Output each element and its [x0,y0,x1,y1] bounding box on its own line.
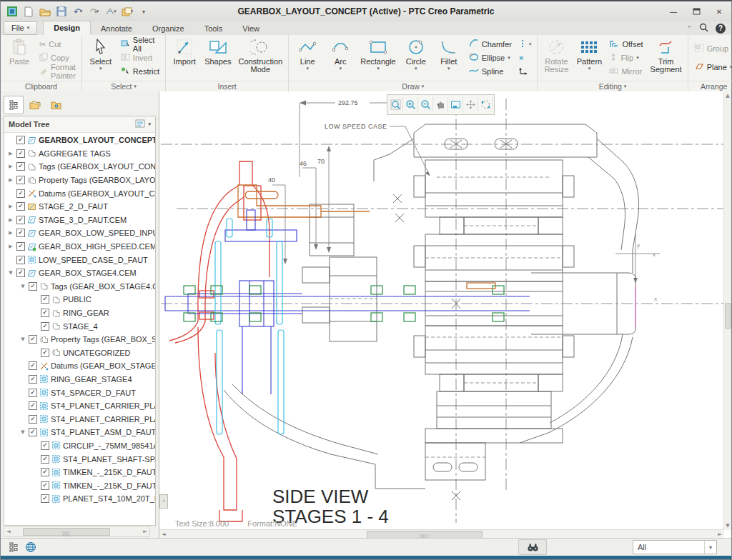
arc-button[interactable]: Arc▾ [325,36,356,79]
tree-item[interactable]: ▶✓Tags (GEARBOX_LAYOUT_CONCEPT.CE [4,160,155,174]
panel-collapse-handle[interactable]: › [159,494,168,509]
tree-item[interactable]: ✓RING_GEAR_STAGE4 [4,373,155,386]
tree-item-checkbox[interactable]: ✓ [41,295,49,304]
tree-item[interactable]: ✓TIMKEN_-_215K_D_FAUTCOPY [4,479,155,492]
tree-h-scrollbar[interactable]: ◄ |||| ► [4,526,150,537]
close-button[interactable]: ✕ [711,6,727,17]
tree-item-checkbox[interactable]: ✓ [16,242,25,251]
pan-button[interactable] [433,97,448,112]
tree-item[interactable]: ✓Datums (GEARBOX_LAYOUT_CONCEPT [4,186,155,200]
view-title-line1[interactable]: SIDE VIEW [272,486,369,507]
collapse-arrow-icon[interactable]: ▼ [7,270,14,276]
pattern-button[interactable]: Pattern▾ [573,36,605,79]
tree-item[interactable]: ▶✓STAGE_2_D_FAUT [4,200,155,214]
regenerate-button[interactable]: ▾ [104,4,118,19]
tree-item-checkbox[interactable]: ✓ [16,229,25,237]
tree-item-checkbox[interactable]: ✓ [41,349,49,357]
ellipse-button[interactable]: Ellipse▾ [466,51,515,64]
tree-item-checkbox[interactable]: ✓ [16,162,25,171]
folder-browser-tab[interactable] [25,96,45,114]
new-window-button[interactable]: ▾ [120,4,134,19]
construction-line-button[interactable]: ▾ [516,38,535,51]
tree-item[interactable]: ✓RING_GEAR [4,306,155,320]
shapes-button[interactable]: Shapes [202,36,234,79]
tree-item[interactable]: ▼✓Property Tags (GEAR_BOX_STAGE4 [4,333,155,346]
tree-settings-dropdown-icon[interactable]: ▾ [148,121,151,127]
expand-arrow-icon[interactable]: ▶ [7,204,14,209]
zoom-window-button[interactable] [388,97,403,112]
tree-item-checkbox[interactable]: ✓ [41,322,49,331]
construction-mode-button[interactable]: ConstructionMode [235,36,285,79]
tree-item-checkbox[interactable]: ✓ [16,216,25,224]
tree-settings-icon[interactable] [135,119,145,129]
toggle-navigator-button[interactable] [5,540,22,554]
tree-item[interactable]: ✓STAGE_4 [4,319,155,333]
tree-item-checkbox[interactable]: ✓ [41,468,49,476]
tree-item[interactable]: ✓TIMKEN_-_215K_D_FAUT [4,466,155,479]
restore-button[interactable] [688,6,704,17]
tree-item-checkbox[interactable]: ✓ [29,415,37,424]
canvas-v-scrollbar[interactable]: ▲ ▼ [723,91,731,530]
favorites-tab[interactable] [46,96,66,114]
expand-arrow-icon[interactable]: ▶ [7,164,14,169]
restrict-button[interactable]: Restrict [118,65,162,78]
drawing-area[interactable]: y x x 292.75 LOW SPEED CASE [159,91,731,539]
tree-item[interactable]: ▶✓GEAR_BOX_LOW_SPEED_INPUT.CEM [4,226,155,240]
collapse-arrow-icon[interactable]: ▼ [19,429,26,435]
new-file-button[interactable] [21,4,36,19]
command-search-icon[interactable] [699,23,708,34]
window-dropdown-icon[interactable]: ▾ [131,9,134,14]
tree-item[interactable]: ▶✓AGGREGATE TAGS [4,147,155,161]
collapse-arrow-icon[interactable]: ▼ [19,336,26,342]
group-label-editing[interactable]: Editing▾ [538,81,687,91]
tab-design[interactable]: Design [43,21,91,35]
rectangle-button[interactable]: Rectangle▾ [357,36,399,79]
filter-dropdown-icon[interactable]: ▼ [704,541,716,554]
help-icon[interactable]: ? [716,24,726,34]
tree-item[interactable]: ✓ST4_PLANET_CARRIER_PLATE_OUT [4,412,155,426]
undo-button[interactable]: ↶▾ [71,4,85,19]
collapse-arrow-icon[interactable]: ▼ [19,284,26,289]
tree-item-checkbox[interactable]: ✓ [16,136,25,144]
tab-organize[interactable]: Organize [142,22,194,35]
tree-item-checkbox[interactable]: ✓ [41,494,49,503]
reorient-button[interactable] [478,97,493,112]
tree-item-checkbox[interactable]: ✓ [29,282,37,291]
point-button[interactable]: × [516,51,535,64]
spline-button[interactable]: Spline [466,65,515,78]
tree-item[interactable]: ▶✓STAGE_3_D_FAUT.CEM [4,214,155,227]
tree-item[interactable]: ▶✓GEAR_BOX_HIGH_SPEED.CEM [4,240,155,254]
expand-arrow-icon[interactable]: ▶ [7,151,14,156]
minimize-button[interactable]: — [666,6,681,17]
tree-item-checkbox[interactable]: ✓ [29,401,37,410]
expand-arrow-icon[interactable]: ▶ [7,244,14,249]
tree-item[interactable]: ✓Datums (GEAR_BOX_STAGE4.CEM) [4,359,155,373]
tree-item-checkbox[interactable]: ✓ [16,176,25,184]
regenerate-dropdown-icon[interactable]: ▾ [114,9,117,14]
file-menu-button[interactable]: File▾ [4,21,37,35]
tree-item[interactable]: ✓LOW_SPEED_CASE_D_FAUT [4,253,155,266]
model-tree-tab[interactable] [4,96,24,114]
tree-item[interactable]: ✓ST4_SPACER_D_FAUT [4,386,155,399]
open-file-button[interactable] [38,4,52,19]
tree-item-checkbox[interactable]: ✓ [41,455,49,464]
tree-item[interactable]: ✓ST4_PLANET_SHAFT-SPACER_ [4,452,155,466]
find-button[interactable] [518,539,547,555]
tree-item-checkbox[interactable]: ✓ [16,269,25,277]
tree-item-checkbox[interactable]: ✓ [16,189,25,198]
tab-view[interactable]: View [232,22,269,35]
selection-filter-combo[interactable]: All ▼ [633,540,717,554]
tree-item-checkbox[interactable]: ✓ [29,335,37,344]
group-label-select[interactable]: Select▾ [82,81,165,91]
select-button[interactable]: Select▾ [85,36,117,79]
drawing-canvas[interactable]: y x x 292.75 LOW SPEED CASE [159,91,726,539]
minimize-ribbon-icon[interactable]: ⌃ [686,25,692,32]
expand-arrow-icon[interactable]: ▶ [7,217,14,223]
tab-tools[interactable]: Tools [194,22,233,35]
tree-item[interactable]: ✓ST4_PLANET_CARRIER_PLATE_IN_ [4,399,155,413]
tree-item-checkbox[interactable]: ✓ [41,309,49,317]
group-label-draw[interactable]: Draw▾ [289,81,537,91]
tree-item-checkbox[interactable]: ✓ [41,481,49,490]
trim-segment-button[interactable]: TrimSegment [648,36,685,79]
tree-item-checkbox[interactable]: ✓ [16,202,25,211]
